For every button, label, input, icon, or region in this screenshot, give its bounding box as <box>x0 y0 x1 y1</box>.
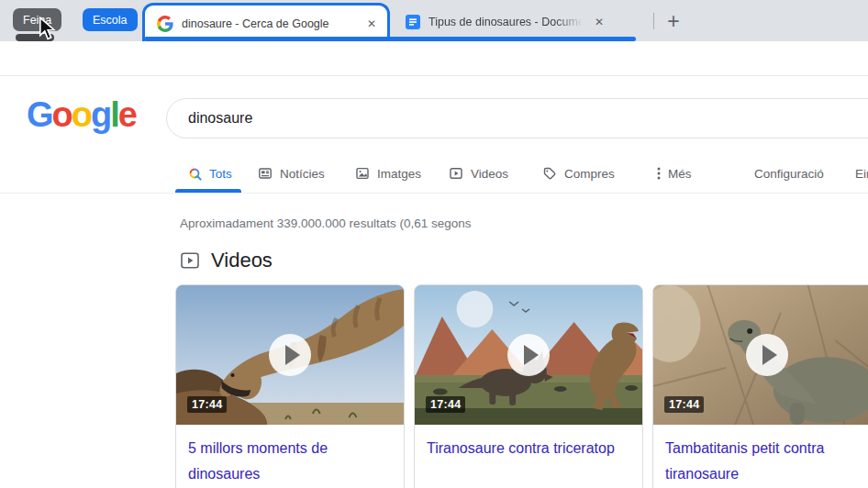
tab-group-chip-escola[interactable]: Escola <box>83 8 138 31</box>
google-logo: Google <box>27 95 136 135</box>
video-card[interactable]: 17:44 Tambatitanis petit contra tiranosa… <box>652 284 868 488</box>
video-card[interactable]: 17:44 5 millors moments de dinosaures <box>175 284 405 488</box>
tab-dinosaure-search[interactable]: dinosaure - Cerca de Google ✕ <box>142 3 390 41</box>
video-title-link[interactable]: Tambatitanis petit contra tiranosaure <box>653 425 868 487</box>
tag-icon <box>542 166 557 181</box>
video-title-link[interactable]: 5 millors moments de dinosaures <box>176 425 404 487</box>
tab-docs-dinosaures[interactable]: Tipus de dinosaures - Document ✕ <box>396 6 637 38</box>
video-duration-badge: 17:44 <box>187 396 227 413</box>
tab-noticies-label: Notícies <box>280 167 325 181</box>
tab-group-escola-underline <box>144 37 636 41</box>
tab-strip: Feina Escola dinosaure - Cerca de Google… <box>0 0 868 41</box>
logo-letter: G <box>27 95 52 134</box>
logo-letter: l <box>110 95 118 134</box>
video-icon <box>449 166 463 181</box>
browser-toolbar <box>0 41 868 76</box>
search-query: dinosaure <box>188 110 252 127</box>
videos-heading-text: Videos <box>211 249 273 272</box>
settings-link[interactable]: Configuració <box>754 161 824 185</box>
tab-group-escola-label: Escola <box>93 14 128 27</box>
tools-label: Eines <box>855 167 868 181</box>
mouse-cursor <box>38 17 58 40</box>
logo-letter: g <box>91 95 110 134</box>
close-icon[interactable]: ✕ <box>363 16 380 32</box>
tools-link[interactable]: Eines <box>855 161 868 185</box>
video-duration-badge: 17:44 <box>664 396 704 413</box>
news-icon <box>258 166 273 181</box>
play-button[interactable] <box>269 334 311 376</box>
video-section-icon <box>180 250 200 271</box>
google-g-icon <box>157 16 173 32</box>
tab-title: Tipus de dinosaures - Document <box>428 16 583 28</box>
result-stats: Aproximadament 339.000.000 resultats (0,… <box>180 216 471 230</box>
video-thumbnail-dinosaure[interactable]: 17:44 <box>176 285 404 425</box>
tab-tots-label: Tots <box>209 167 232 181</box>
videos-section-heading: Videos <box>180 249 273 272</box>
logo-letter: o <box>72 95 91 134</box>
video-thumbnail-tambatitanis[interactable]: 17:44 <box>653 285 868 425</box>
tab-compres[interactable]: Compres <box>542 161 615 185</box>
video-title-link[interactable]: Tiranosaure contra triceratop <box>415 425 642 461</box>
video-thumbnail-tiranosaure[interactable]: 17:44 <box>415 285 642 425</box>
tab-videos-label: Videos <box>471 167 508 181</box>
logo-letter: e <box>118 95 136 134</box>
video-card[interactable]: 17:44 Tiranosaure contra triceratop <box>414 284 643 488</box>
tabs-divider <box>0 193 868 194</box>
google-docs-icon <box>406 15 420 29</box>
tab-noticies[interactable]: Notícies <box>258 161 325 185</box>
play-button[interactable] <box>746 334 788 376</box>
logo-letter: o <box>52 95 72 134</box>
more-vertical-icon <box>657 166 661 181</box>
tab-separator <box>653 13 654 29</box>
close-icon[interactable]: ✕ <box>591 14 607 30</box>
new-tab-button[interactable]: + <box>661 8 686 34</box>
search-input[interactable]: dinosaure <box>166 98 868 139</box>
image-icon <box>355 166 370 181</box>
tab-title: dinosaure - Cerca de Google <box>182 17 355 30</box>
tab-compres-label: Compres <box>564 167 615 181</box>
tab-mes[interactable]: Més <box>657 161 692 185</box>
play-button[interactable] <box>507 334 550 376</box>
tab-mes-label: Més <box>668 167 692 181</box>
tab-imatges-label: Imatges <box>377 167 421 181</box>
search-icon <box>187 166 202 181</box>
tab-imatges[interactable]: Imatges <box>355 161 421 185</box>
tab-videos[interactable]: Videos <box>449 161 508 185</box>
browser-window: Feina Escola dinosaure - Cerca de Google… <box>0 0 868 488</box>
tab-tots[interactable]: Tots <box>187 161 232 185</box>
video-duration-badge: 17:44 <box>426 396 465 413</box>
settings-label: Configuració <box>754 167 824 181</box>
